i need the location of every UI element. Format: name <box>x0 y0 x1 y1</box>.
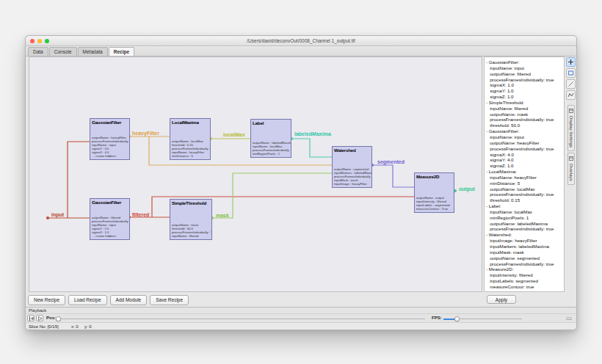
dock-tab-label: Overlays <box>569 164 573 181</box>
node-parameters: outputName : segmentedinputMarkers : lab… <box>334 167 371 186</box>
window-title: /Users/david/deconvOut/0008_Channel 1_ou… <box>26 36 576 46</box>
play-button[interactable] <box>36 315 43 321</box>
parameter-line: processFramesIndividually: true <box>486 146 562 152</box>
apply-button[interactable]: Apply <box>487 295 516 304</box>
parameter-line: outputName: segmented <box>486 255 562 261</box>
tab-metadata[interactable]: Metadata <box>78 47 108 57</box>
line-tool-button[interactable] <box>566 79 576 89</box>
fps-slider-handle[interactable] <box>454 316 460 321</box>
slice-number-readout: Slice No: [0/15] <box>29 324 59 329</box>
playback-header: Playback <box>26 307 576 314</box>
parameter-line: processFramesIndividually: true <box>486 117 562 123</box>
node-title: GaussianFilter <box>92 120 128 125</box>
parameter-line: threshold: 50.0 <box>486 123 562 128</box>
parameter-line: sigmaX: 1.0 <box>486 82 562 88</box>
pos-label: Pos: <box>46 316 56 320</box>
node-label[interactable]: LabeloutputName : labeledMaximainputName… <box>250 119 291 158</box>
app-window: /Users/david/deconvOut/0008_Channel 1_ou… <box>25 35 577 330</box>
connection-label-mask: mask <box>216 213 229 218</box>
parameter-line: inputName: input <box>486 65 562 71</box>
save-recipe-button[interactable]: Save Recipe <box>150 295 189 305</box>
jump-to-start-button[interactable] <box>27 315 35 321</box>
connection-label-output: output <box>459 186 475 192</box>
tab-console[interactable]: Console <box>49 47 77 57</box>
node-parameters: outputName : localMaxthreshold : 0.15pro… <box>172 139 209 158</box>
dock-tab-display-settings[interactable]: Display Settings <box>567 105 575 151</box>
parameter-line: - SimpleThreshold: <box>486 100 562 106</box>
parameter-line: inputName: input <box>486 134 562 140</box>
parameter-line: outputName: localMax <box>486 186 562 192</box>
parameter-line: outputName: labeledMaxima <box>486 221 562 227</box>
node-gaussianfilter-2[interactable]: GaussianFilteroutputName : filteredproce… <box>90 198 130 240</box>
tab-data[interactable]: Data <box>28 47 48 57</box>
connector-dot-input[interactable] <box>46 216 49 219</box>
jump-to-start-icon <box>29 316 34 321</box>
playback-status-bar: Slice No: [0/15] x: 0 y: 0 <box>26 322 576 330</box>
content-area: GaussianFilteroutputName : heavyFilterpr… <box>29 57 575 292</box>
parameter-line: sigmaY: 4.0 <box>486 157 562 163</box>
title-bar[interactable]: /Users/david/deconvOut/0008_Channel 1_ou… <box>26 36 576 46</box>
parameter-line: inputIntensity: filtered <box>486 272 562 278</box>
parameter-line: outputName: heavyFilter <box>486 140 562 146</box>
connection-labeledMaxima <box>291 139 332 157</box>
parameter-line: - LocalMaxima: <box>486 169 562 175</box>
connection-label-input: input <box>51 212 64 217</box>
rectangle-icon <box>567 70 574 76</box>
parameter-line: sigmaZ: 1.0 <box>486 163 562 169</box>
parameter-line: threshold: 0.15 <box>486 197 562 203</box>
minimize-window-icon[interactable] <box>37 39 42 43</box>
add-module-button[interactable]: Add Module <box>110 295 148 305</box>
load-recipe-button[interactable]: Load Recipe <box>68 295 107 305</box>
add-tool-button[interactable] <box>566 57 576 67</box>
node-title: GaussianFilter <box>92 200 128 205</box>
freehand-icon <box>567 92 574 98</box>
parameter-line: - GaussianFilter: <box>486 59 562 65</box>
parameter-line: processFramesIndividually: true <box>486 192 562 197</box>
node-measure2d[interactable]: Measure2DoutputName : outputinputIntensi… <box>414 172 454 213</box>
connection-label-segmented: segmented <box>377 159 405 164</box>
module-parameters-panel: - GaussianFilter: inputName: input outpu… <box>484 57 565 292</box>
parameter-line: inputName: heavyFilter <box>486 175 562 181</box>
connection-label-filtered: filtered <box>132 212 149 217</box>
pos-slider[interactable] <box>55 318 425 319</box>
parameter-line: outputName: output <box>486 290 562 292</box>
line-icon <box>567 81 574 87</box>
dock-tab-overlays[interactable]: Overlays <box>567 153 575 185</box>
node-title: SimpleThreshold <box>172 200 211 205</box>
parameter-line: processFramesIndividually: true <box>486 226 562 232</box>
parameter-line: inputMask: mask <box>486 250 562 255</box>
node-title: Measure2D <box>416 174 453 179</box>
node-watershed[interactable]: WatershedoutputName : segmentedinputMark… <box>332 146 372 188</box>
recipe-buttons-bar: New RecipeLoad RecipeAdd ModuleSave Reci… <box>28 295 189 305</box>
parameter-line: - Measure2D: <box>486 266 562 272</box>
fps-label: FPS: <box>432 316 442 320</box>
node-gaussianfilter-1[interactable]: GaussianFilteroutputName : heavyFilterpr… <box>90 118 130 160</box>
connection-segmented <box>372 165 414 187</box>
parameter-line: - Label: <box>486 203 562 209</box>
node-localmaxima[interactable]: LocalMaximaoutputName : localMaxthreshol… <box>170 118 211 160</box>
parameter-line: minDistance: 5 <box>486 181 562 186</box>
parameter-line: sigmaY: 1.0 <box>486 88 562 94</box>
zoom-window-icon[interactable] <box>45 39 49 43</box>
parameter-line: measureContour: true <box>486 284 562 290</box>
dock-tab-label: Display Settings <box>569 116 573 148</box>
parameter-line: processFramesIndividually: true <box>486 261 562 267</box>
node-parameters: outputName : outputinputIntensity : filt… <box>416 196 453 211</box>
side-toolbar: Display SettingsOverlays <box>565 57 577 292</box>
parameter-line: minRegionPixels: 1 <box>486 215 562 221</box>
rectangle-tool-button[interactable] <box>566 68 576 78</box>
parameter-line: inputImage: heavyFilter <box>486 238 562 244</box>
node-title: LocalMaxima <box>172 120 209 125</box>
parameter-line: - GaussianFilter: <box>486 128 562 134</box>
recipe-canvas[interactable]: GaussianFilteroutputName : heavyFilterpr… <box>29 57 482 292</box>
new-recipe-button[interactable]: New Recipe <box>28 295 65 305</box>
node-title: Watershed <box>334 148 371 153</box>
traffic-lights <box>30 39 49 43</box>
close-window-icon[interactable] <box>30 39 35 43</box>
freehand-tool-button[interactable] <box>566 90 576 100</box>
node-simplethreshold[interactable]: SimpleThresholdoutputName : maskthreshol… <box>170 199 212 240</box>
tab-recipe[interactable]: Recipe <box>109 47 134 57</box>
pos-slider-handle[interactable] <box>56 316 61 321</box>
parameter-line: inputName: filtered <box>486 106 562 112</box>
connection-mask <box>212 173 332 218</box>
